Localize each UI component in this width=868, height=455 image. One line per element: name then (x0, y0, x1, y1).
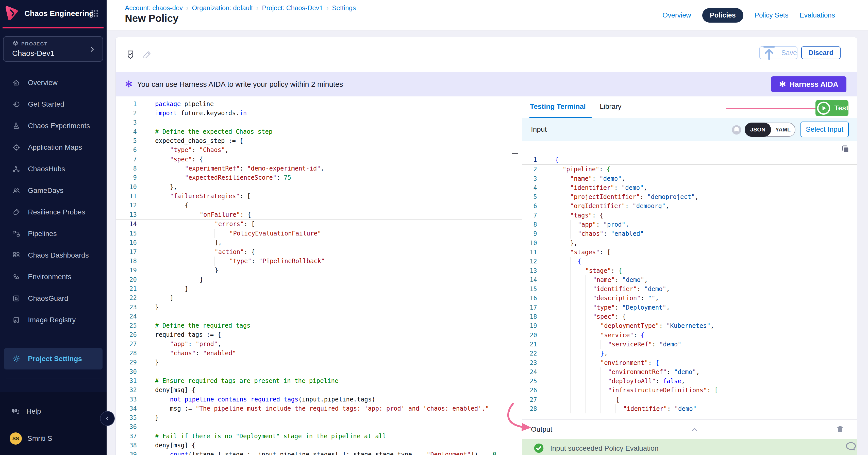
breadcrumb-link[interactable]: Organization: default (192, 4, 253, 12)
tab-testing-terminal[interactable]: Testing Terminal (530, 102, 586, 111)
line-number: 11 (522, 248, 544, 257)
module-switcher-icon[interactable] (90, 9, 99, 18)
code-text: import future.keywords.in (145, 108, 247, 118)
indent-guide (555, 266, 563, 275)
sidebar-item-label: Image Registry (28, 316, 75, 324)
harness-aida-button[interactable]: ✻ Harness AIDA (771, 76, 846, 92)
trash-icon[interactable] (836, 425, 844, 433)
sidebar-item-project-settings[interactable]: Project Settings (4, 348, 102, 369)
tab-library[interactable]: Library (600, 102, 622, 111)
sidebar-item-chaos-experiments[interactable]: Chaos Experiments (0, 115, 106, 136)
line-number: 7 (116, 155, 145, 164)
indent-guide (155, 145, 170, 155)
line-number: 10 (522, 238, 544, 248)
project-selector[interactable]: PROJECT Chaos-Dev1 (3, 36, 103, 62)
test-button[interactable]: Test (815, 100, 848, 116)
sidebar-item-label: Chaos Dashboards (28, 251, 89, 259)
code-line: 6"orgIdentifier": "demoorg", (522, 201, 857, 210)
sparkle-icon: ✻ (779, 80, 786, 88)
help-label: Help (26, 407, 41, 415)
code-text: # Fail if there is no "Deployment" stage… (145, 432, 386, 441)
discard-button[interactable]: Discard (801, 46, 841, 59)
indent-guide (600, 404, 608, 413)
indent-guide (155, 192, 170, 201)
edit-name-icon[interactable] (142, 48, 152, 61)
code-line: 11"failureStrategies": [ (116, 192, 522, 201)
sidebar-collapse-button[interactable] (100, 411, 115, 426)
indent-guide (555, 275, 563, 285)
users-icon (12, 187, 20, 195)
indent-guide (570, 340, 578, 349)
line-number: 3 (522, 174, 544, 183)
line-number: 39 (116, 450, 145, 455)
sidebar-item-gamedays[interactable]: GameDays (0, 180, 106, 201)
sidebar-item-get-started[interactable]: Get Started (0, 93, 106, 115)
sidebar-item-chaoshubs[interactable]: ChaosHubs (0, 158, 106, 180)
sidebar-item-chaos-dashboards[interactable]: Chaos Dashboards (0, 245, 106, 266)
select-input-button[interactable]: Select Input (801, 122, 849, 137)
code-line: 8"app": "prod", (522, 220, 857, 229)
indent-guide (200, 238, 215, 247)
indent-guide (555, 395, 563, 404)
code-text: } (145, 266, 218, 275)
sidebar-item-overview[interactable]: Overview (0, 72, 106, 93)
sidebar-item-application-maps[interactable]: Application Maps (0, 136, 106, 158)
indent-guide (593, 404, 600, 413)
indent-guide (585, 349, 593, 358)
toggle-yaml[interactable]: YAML (771, 123, 795, 136)
opa-logo-icon[interactable] (731, 124, 742, 135)
header-tab-evaluations[interactable]: Evaluations (800, 11, 835, 19)
sidebar-item-environments[interactable]: Environments (0, 266, 106, 288)
breadcrumb-link[interactable]: Project: Chaos-Dev1 (262, 4, 323, 12)
line-number: 5 (116, 136, 145, 145)
indent-guide (578, 367, 585, 377)
indent-guide (155, 339, 170, 349)
indent-guide (593, 367, 600, 377)
format-toggle[interactable]: JSON YAML (745, 123, 796, 137)
line-number: 21 (116, 284, 145, 293)
sidebar-item-label: Pipelines (28, 230, 57, 238)
sidebar-item-chaosguard[interactable]: ChaosGuard (0, 288, 106, 309)
sidebar-item-label: Get Started (28, 100, 64, 108)
user-menu[interactable]: SS Smriti S (10, 432, 52, 445)
header-tab-overview[interactable]: Overview (662, 11, 691, 19)
line-number: 22 (522, 349, 544, 358)
policy-code-editor[interactable]: 1package pipeline2import future.keywords… (116, 96, 522, 455)
dashboard-icon (12, 251, 20, 259)
indent-guide (170, 201, 185, 210)
testing-tabs: Testing Terminal Library Test (522, 96, 857, 118)
input-code-editor[interactable]: 1{2"pipeline": {3"name": "demo",4"identi… (522, 155, 857, 419)
header-tab-policy-sets[interactable]: Policy Sets (754, 11, 788, 19)
code-text: { (145, 201, 189, 210)
code-line: 7"tags": { (522, 211, 857, 220)
support-chat-icon[interactable] (845, 440, 856, 451)
split-drag-handle[interactable] (512, 153, 518, 154)
chevron-up-icon[interactable] (690, 425, 699, 434)
help-button[interactable]: Help (11, 407, 41, 416)
line-number: 12 (116, 201, 145, 210)
code-text: "stages": [ (544, 248, 611, 257)
toggle-json[interactable]: JSON (745, 123, 771, 137)
sidebar-item-pipelines[interactable]: Pipelines (0, 223, 106, 245)
breadcrumb-link[interactable]: Account: chaos-dev (125, 4, 183, 12)
validate-policy-icon[interactable] (125, 48, 135, 61)
sidebar-item-label: Application Maps (28, 143, 82, 152)
code-text: } (145, 284, 189, 293)
code-text: "PolicyEvaluationFailure" (145, 229, 321, 238)
code-line: 17"action": { (116, 248, 522, 257)
line-number: 27 (116, 339, 145, 349)
indent-guide (570, 321, 578, 330)
header-tab-policies[interactable]: Policies (702, 8, 743, 23)
code-text: { (544, 257, 582, 266)
indent-guide (555, 201, 563, 210)
code-text: "description": "", (544, 294, 659, 303)
sidebar-item-image-registry[interactable]: Image Registry (0, 309, 106, 331)
save-button[interactable]: Save (760, 46, 798, 59)
indent-guide (200, 248, 215, 257)
code-text: "projectIdentifier": "demoproject", (544, 192, 699, 201)
sidebar-item-resilience-probes[interactable]: Resilience Probes (0, 201, 106, 223)
breadcrumb-link[interactable]: Settings (332, 4, 356, 12)
copy-icon[interactable] (841, 144, 850, 154)
indent-guide (585, 340, 593, 349)
line-number: 6 (522, 201, 544, 210)
